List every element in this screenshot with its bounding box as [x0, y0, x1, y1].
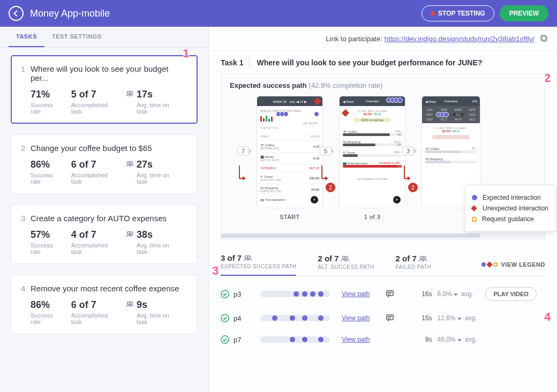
- svg-point-7: [130, 302, 132, 305]
- people-icon: [126, 161, 133, 167]
- interaction-track: [260, 291, 330, 297]
- participant-time: 16s: [410, 290, 432, 298]
- callout-2: 2: [544, 71, 557, 87]
- tab-expected-path[interactable]: 3 of 7 EXPECTED SUCCESS PATH: [221, 253, 296, 276]
- svg-point-20: [221, 314, 229, 322]
- success-rate: 71%: [31, 89, 63, 100]
- callout-4: 4: [544, 310, 557, 326]
- path-step[interactable]: 7 WEEK 31 July ◀ 13 ▶ SPENDS THEN FOR TH…: [257, 96, 323, 220]
- tab-tasks[interactable]: TASKS: [9, 27, 44, 47]
- svg-point-24: [221, 336, 229, 343]
- task-card[interactable]: 3Create a category for AUTO expenses 57%…: [11, 205, 198, 264]
- success-check-icon: [221, 335, 229, 344]
- fab-add-icon: +: [311, 196, 318, 203]
- expected-dot-icon: [472, 195, 477, 200]
- svg-point-1: [130, 92, 132, 94]
- svg-point-13: [345, 256, 348, 259]
- task-title: Where will you look to see your budget p…: [31, 64, 187, 82]
- task-question: Where will you look to see your budget p…: [257, 58, 482, 67]
- comment-icon[interactable]: [386, 314, 394, 322]
- path-completion-rate: (42.9% completion rate): [308, 81, 382, 89]
- app-title: Money App-mobile: [30, 8, 421, 19]
- unexpected-diamond-icon: [471, 205, 477, 211]
- callout-1: 1: [183, 47, 199, 63]
- task-list: 1 1Where will you look to see your budge…: [0, 48, 208, 352]
- participant-name: p4: [234, 314, 260, 322]
- participant-pct: 6.0% avg.: [437, 290, 485, 298]
- view-path-link[interactable]: View path: [342, 314, 370, 322]
- task-card[interactable]: 2Change your coffee budget to $65 86%Suc…: [11, 134, 198, 194]
- branch-count: 2: [326, 183, 335, 192]
- step-count-chip: 3: [402, 147, 414, 155]
- svg-point-16: [221, 290, 229, 298]
- people-icon: [126, 91, 133, 97]
- comment-icon[interactable]: [386, 290, 394, 298]
- svg-rect-17: [387, 291, 393, 296]
- step-label: 1 of 3: [364, 214, 381, 220]
- svg-point-3: [130, 162, 132, 164]
- task-card[interactable]: 1Where will you look to see your budget …: [11, 55, 198, 124]
- step-count-chip: 7: [237, 147, 249, 155]
- accomplished-count: 5 of 7: [71, 89, 117, 100]
- record-dot-icon: [431, 11, 435, 16]
- participate-link[interactable]: https://dev.indigo.design/study/run/2y38…: [385, 35, 535, 43]
- copy-icon[interactable]: [540, 34, 548, 43]
- tab-failed-path[interactable]: 2 of 7 FAILED PATH: [396, 254, 432, 275]
- people-icon: [126, 301, 133, 307]
- step-count-chip: 5: [320, 147, 332, 155]
- participant-time: 15s: [410, 314, 432, 322]
- branch-count: 2: [408, 183, 418, 192]
- avg-time: 17s: [137, 89, 179, 100]
- interaction-track: [260, 315, 330, 321]
- people-icon: [126, 231, 133, 237]
- horizontal-scrollbar[interactable]: [221, 233, 545, 238]
- interaction-track: [260, 336, 330, 343]
- participant-pct: 46.0% avg.: [437, 336, 485, 343]
- task-card[interactable]: 4Remove your most recent coffee expense …: [11, 275, 198, 334]
- view-path-link[interactable]: View path: [342, 290, 370, 298]
- fab-add-icon: +: [393, 196, 401, 203]
- participant-row: p4 View path 15s 12.6% avg.: [221, 307, 545, 329]
- stop-testing-button[interactable]: STOP TESTING: [421, 5, 494, 21]
- people-icon: [244, 255, 252, 261]
- people-icon: [341, 255, 349, 262]
- view-path-link[interactable]: View path: [342, 336, 370, 343]
- view-legend-button[interactable]: VIEW LEGEND: [481, 261, 545, 268]
- svg-point-15: [423, 256, 425, 259]
- tab-alt-path[interactable]: 2 of 7 ALT. SUCCESS PATH: [318, 254, 374, 275]
- participant-name: p7: [234, 336, 260, 344]
- people-icon: [419, 255, 427, 262]
- back-button[interactable]: [9, 6, 24, 21]
- legend-popover: Expected interaction Unexpected interact…: [465, 185, 556, 232]
- link-label: Link to participate:: [326, 35, 382, 43]
- participant-row: p7 View path 9s 46.0% avg.: [221, 329, 545, 350]
- play-video-button[interactable]: PLAY VIDEO: [485, 287, 536, 301]
- path-step[interactable]: 5 2 ◀ BackOverview In JULY 2015, you spe…: [339, 96, 405, 220]
- success-check-icon: [221, 290, 229, 298]
- svg-rect-21: [387, 315, 393, 320]
- success-check-icon: [221, 314, 229, 322]
- participant-time: 9s: [410, 336, 432, 343]
- participant-name: p3: [234, 290, 260, 298]
- task-number: Task 1: [221, 58, 250, 67]
- svg-point-5: [130, 232, 132, 235]
- preview-button[interactable]: PREVIEW: [500, 5, 548, 21]
- participant-row: p3 View path 16s 6.0% avg. PLAY VIDEO: [221, 281, 545, 307]
- callout-3: 3: [212, 264, 228, 280]
- tab-test-settings[interactable]: TEST SETTINGS: [44, 27, 109, 47]
- guidance-square-icon: [472, 217, 477, 222]
- participant-pct: 12.6% avg.: [437, 314, 485, 322]
- path-title: Expected success path: [230, 81, 307, 89]
- step-label: START: [280, 214, 300, 220]
- svg-point-11: [248, 255, 251, 258]
